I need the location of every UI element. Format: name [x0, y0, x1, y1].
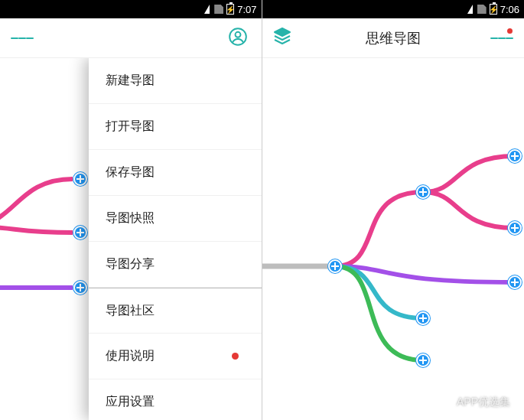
battery-icon: ⚡: [226, 4, 234, 15]
menu-icon[interactable]: [11, 27, 34, 50]
app-bar: 思维导图: [262, 18, 525, 58]
notification-dot-icon: [232, 353, 239, 360]
app-bar: [0, 18, 262, 58]
add-node-icon[interactable]: [508, 149, 522, 163]
mindmap-canvas-right[interactable]: [262, 58, 525, 420]
menu-item-community[interactable]: 导图社区: [89, 288, 262, 334]
side-menu: 新建导图 打开导图 保存导图 导图快照 导图分享 导图社区 使用说明 应用设置: [89, 58, 262, 420]
menu-label: 导图社区: [106, 303, 155, 319]
menu-item-share[interactable]: 导图分享: [89, 242, 262, 288]
layers-icon[interactable]: [273, 27, 296, 50]
menu-item-new[interactable]: 新建导图: [89, 58, 262, 104]
svg-point-1: [235, 31, 240, 37]
add-node-icon[interactable]: [508, 221, 522, 235]
mindmap-branches: [262, 58, 525, 420]
menu-item-settings[interactable]: 应用设置: [89, 379, 262, 420]
menu-label: 导图分享: [106, 256, 155, 272]
status-bar: ⚡ 7:06: [262, 0, 525, 18]
add-node-icon[interactable]: [416, 353, 430, 367]
add-node-icon[interactable]: [416, 185, 430, 199]
add-node-icon[interactable]: [508, 275, 522, 289]
menu-label: 保存导图: [106, 164, 155, 181]
phone-left: ⚡ 7:07 新建导图 打开导图 保存导图 导图快照 导图分享 导图: [0, 0, 262, 420]
battery-icon: ⚡: [490, 4, 497, 15]
menu-label: 使用说明: [106, 348, 155, 364]
signal-icon: [467, 5, 473, 14]
status-time: 7:06: [500, 4, 519, 15]
menu-label: 应用设置: [106, 394, 155, 410]
watermark: APP优选集: [437, 396, 510, 409]
add-node-icon[interactable]: [73, 172, 87, 186]
menu-item-save[interactable]: 保存导图: [89, 150, 262, 196]
page-title: 思维导图: [262, 29, 525, 47]
sim-icon: [477, 5, 487, 14]
wechat-icon: [437, 396, 452, 409]
menu-icon[interactable]: [490, 27, 513, 50]
menu-item-open[interactable]: 打开导图: [89, 104, 262, 150]
menu-item-help[interactable]: 使用说明: [89, 334, 262, 379]
add-node-icon[interactable]: [73, 281, 87, 295]
menu-label: 打开导图: [106, 119, 155, 135]
menu-label: 导图快照: [106, 210, 155, 226]
notification-dot-icon: [507, 28, 513, 34]
phone-right: ⚡ 7:06 思维导图: [262, 0, 525, 420]
status-time: 7:07: [237, 4, 256, 15]
add-node-icon[interactable]: [416, 311, 430, 325]
add-node-icon[interactable]: [73, 226, 87, 239]
signal-icon: [204, 5, 210, 14]
watermark-text: APP优选集: [457, 396, 510, 409]
profile-icon[interactable]: [228, 27, 251, 50]
sim-icon: [214, 5, 223, 14]
status-bar: ⚡ 7:07: [0, 0, 262, 18]
menu-label: 新建导图: [106, 73, 155, 89]
root-node-icon[interactable]: [328, 259, 342, 273]
menu-item-snapshot[interactable]: 导图快照: [89, 196, 262, 242]
